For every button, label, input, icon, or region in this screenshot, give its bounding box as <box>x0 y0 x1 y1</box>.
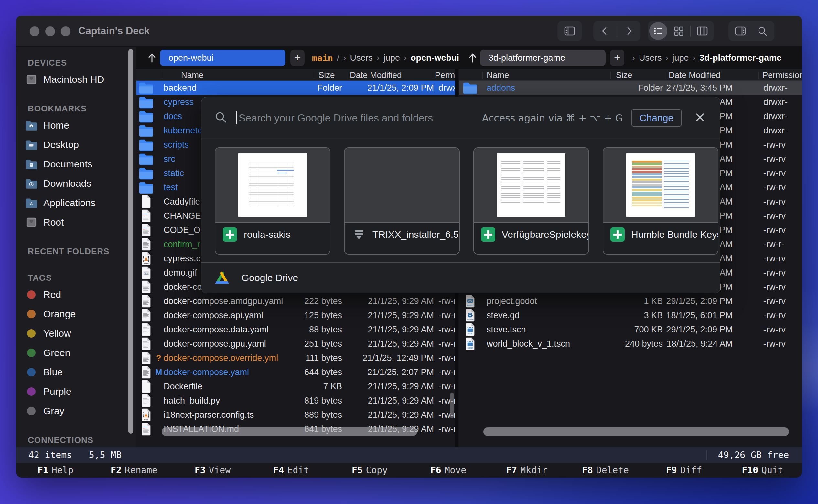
horizontal-scrollbar-left[interactable] <box>162 427 417 436</box>
sidebar-item-home[interactable]: Home <box>16 116 136 135</box>
file-row[interactable]: docker-compose.api.yaml125 bytes21/1/25,… <box>136 308 455 322</box>
file-thumbnail <box>215 148 330 223</box>
column-separator[interactable] <box>610 72 611 79</box>
column-header-name[interactable]: Name <box>487 69 509 80</box>
drive-file-card[interactable]: Humble Bundle Keys <box>603 147 718 255</box>
drive-file-grid: roula-sakisTRIXX_installer_6.5.0.exe...V… <box>201 147 720 255</box>
tag-yellow-icon <box>24 329 39 338</box>
folder-desktop-icon <box>24 140 39 150</box>
list-view-icon[interactable] <box>649 22 667 40</box>
fn-f7-mkdir[interactable]: F7Mkdir <box>488 465 566 476</box>
status-bar: 42 items 5,5 MB 49,26 GB free <box>16 447 802 463</box>
grid-view-icon[interactable] <box>668 21 689 41</box>
zoom-button[interactable] <box>61 26 70 36</box>
sidebar-item-applications[interactable]: AApplications <box>16 193 136 213</box>
sidebar-item-documents[interactable]: Documents <box>16 154 136 174</box>
total-size: 5,5 MB <box>89 450 121 460</box>
file-row[interactable]: PROJECTproject.godot1 KB29/1/25, 2:09 PM… <box>459 294 802 308</box>
sidebar-item-red[interactable]: Red <box>16 285 136 304</box>
file-name: docker-compose.data.yaml <box>163 325 300 335</box>
forward-icon[interactable] <box>619 21 639 41</box>
scene-icon: SCENE <box>462 323 478 336</box>
file-row[interactable]: GDSCRIPTsteve.gd3 KB18/1/25, 6:01 PM-rw-… <box>459 308 802 322</box>
fn-f5-copy[interactable]: F5Copy <box>330 465 409 476</box>
column-separator[interactable] <box>347 72 347 79</box>
back-icon[interactable] <box>594 21 615 41</box>
file-row[interactable]: docker-compose.amdgpu.yaml222 bytes21/1/… <box>136 294 455 308</box>
column-view-icon[interactable] <box>692 21 713 41</box>
column-separator[interactable] <box>665 72 666 79</box>
horizontal-scrollbar-right[interactable] <box>483 427 789 436</box>
fn-f8-delete[interactable]: F8Delete <box>566 465 645 476</box>
change-button[interactable]: Change <box>631 109 682 127</box>
file-row[interactable]: addonsFolder27/1/25, 3:45 PMdrwxr- <box>459 81 802 95</box>
column-headers-right: NameSizeDate ModifiedPermissions <box>459 69 802 81</box>
sidebar-item-label: Green <box>43 347 70 358</box>
sidebar-item-purple[interactable]: Purple <box>16 382 136 401</box>
column-separator[interactable] <box>482 72 483 79</box>
column-separator[interactable] <box>433 72 433 79</box>
column-header-date-modified[interactable]: Date Modified <box>350 69 402 80</box>
sidebar-item-root[interactable]: Root <box>16 213 136 232</box>
fn-f2-rename[interactable]: F2Rename <box>95 465 173 476</box>
close-icon[interactable] <box>694 111 706 124</box>
fn-f4-edit[interactable]: F4Edit <box>252 465 330 476</box>
sidebar-item-green[interactable]: Green <box>16 343 136 362</box>
column-header-size[interactable]: Size <box>616 69 633 80</box>
folder-icon <box>138 124 154 137</box>
svg-text:MPEG: MPEG <box>144 262 149 264</box>
file-row[interactable]: SCENEworld_block_v_1.tscn240 bytes18/1/2… <box>459 337 802 351</box>
folder-icon <box>138 81 154 94</box>
vertical-scrollbar-left[interactable] <box>450 393 454 418</box>
file-row[interactable]: SCENEsteve.tscn700 KB29/1/25, 2:09 PM-rw… <box>459 322 802 337</box>
file-row[interactable]: MPEGi18next-parser.config.ts889 bytes21/… <box>136 408 455 422</box>
close-button[interactable] <box>30 26 39 36</box>
fn-f6-move[interactable]: F6Move <box>409 465 488 476</box>
fn-f9-diff[interactable]: F9Diff <box>645 465 723 476</box>
minimize-button[interactable] <box>45 26 55 36</box>
fn-f1-help[interactable]: F1Help <box>16 465 95 476</box>
sidebar-item-orange[interactable]: Orange <box>16 304 136 324</box>
column-header-permissions[interactable]: Permissions <box>762 69 802 80</box>
file-row[interactable]: backendFolder21/1/25, 2:09 PMdrwxr- <box>136 81 455 95</box>
column-header-size[interactable]: Size <box>319 69 335 80</box>
file-row[interactable]: Dockerfile7 KB21/1/25, 9:29 AM-rw-r- <box>136 379 455 394</box>
sidebar-scrollbar[interactable] <box>128 49 133 434</box>
sidebar-item-macintosh-hd[interactable]: Macintosh HD <box>16 70 136 89</box>
fn-f10-quit[interactable]: F10Quit <box>723 465 802 476</box>
folder-downloads-icon <box>24 178 39 189</box>
text-icon <box>138 394 154 407</box>
column-separator[interactable] <box>314 72 314 79</box>
drive-file-card[interactable]: TRIXX_installer_6.5.0.exe... <box>344 147 460 255</box>
column-header-permissions[interactable]: Permissions <box>435 69 455 80</box>
file-row[interactable]: docker-compose.data.yaml88 bytes21/1/25,… <box>136 322 455 337</box>
file-row[interactable]: docker-compose.gpu.yaml251 bytes21/1/25,… <box>136 337 455 351</box>
drive-search-input[interactable] <box>237 112 482 124</box>
file-size: 3 KB <box>621 310 663 320</box>
preview-panel-icon[interactable] <box>730 21 751 41</box>
file-permissions: -rw-r- <box>434 367 455 377</box>
fn-f3-view[interactable]: F3View <box>173 465 252 476</box>
file-row[interactable]: ?docker-compose.override.yml111 bytes21/… <box>136 351 455 365</box>
column-separator[interactable] <box>162 72 162 79</box>
sidebar-item-yellow[interactable]: Yellow <box>16 324 136 343</box>
sidebar-item-desktop[interactable]: Desktop <box>16 135 136 154</box>
column-header-date-modified[interactable]: Date Modified <box>669 69 720 80</box>
search-icon[interactable] <box>752 21 773 41</box>
drive-file-name: roula-sakis <box>244 229 291 240</box>
column-separator[interactable] <box>758 72 759 79</box>
file-thumbnail <box>345 148 459 223</box>
sidebar-toggle-icon[interactable] <box>559 21 580 41</box>
column-header-name[interactable]: Name <box>181 69 203 80</box>
file-row[interactable]: hatch_build.py819 bytes21/1/25, 9:29 AM-… <box>136 394 455 408</box>
file-row[interactable]: Mdocker-compose.yaml644 bytes21/1/25, 2:… <box>136 365 455 379</box>
sidebar-section: BOOKMARKSHomeDesktopDocumentsDownloadsAA… <box>16 101 136 232</box>
sidebar-item-downloads[interactable]: Downloads <box>16 174 136 193</box>
sidebar-item-gray[interactable]: Gray <box>16 401 136 421</box>
folder-icon <box>138 110 154 123</box>
drive-file-card[interactable]: roula-sakis <box>215 147 330 255</box>
drive-file-card[interactable]: VerfügbareSpielekeys <box>473 147 589 255</box>
file-permissions: drwxr- <box>759 97 802 107</box>
sidebar-item-blue[interactable]: Blue <box>16 362 136 382</box>
sidebar-item-label: Orange <box>43 309 76 320</box>
